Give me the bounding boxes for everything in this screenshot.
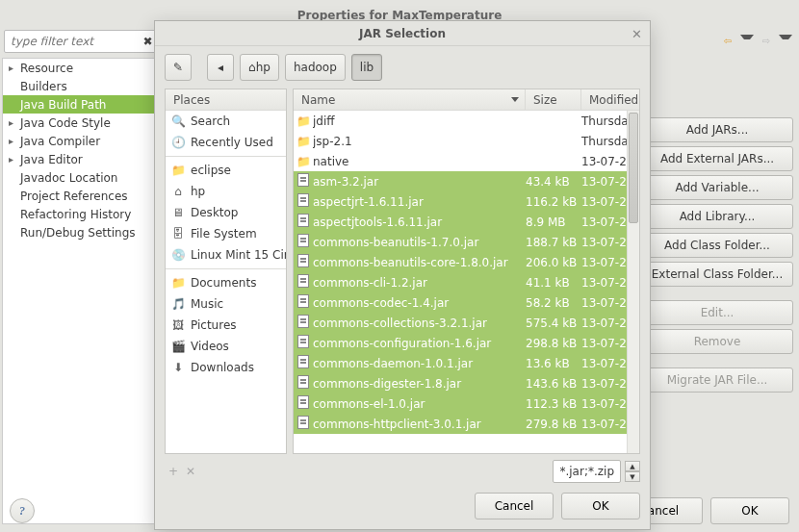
crumb-home[interactable]: ⌂ hp [240,54,279,81]
add-class-folder-button[interactable]: Add Class Folder... [641,233,793,258]
place-item[interactable]: 🕘Recently Used [166,132,286,153]
file-row[interactable]: 📁native13-07-22 [294,151,639,171]
place-icon: 🎵 [171,297,185,311]
edit-path-button[interactable]: ✎ [165,54,192,81]
place-item[interactable]: 📁eclipse [166,160,286,181]
place-label: Linux Mint 15 Cin... [191,248,286,262]
help-button[interactable]: ? [10,498,35,523]
file-row[interactable]: commons-el-1.0.jar112.3 kB13-07-22 [294,393,639,414]
file-row[interactable]: commons-daemon-1.0.1.jar13.6 kB13-07-22 [294,353,639,373]
file-row[interactable]: 📁jdiffThursday [294,111,639,131]
place-item[interactable]: ⌂hp [166,181,286,202]
col-size[interactable]: Size [526,89,581,110]
file-row[interactable]: asm-3.2.jar43.4 kB13-07-22 [294,171,639,191]
place-item[interactable]: 🎵Music [166,293,286,315]
file-row[interactable]: commons-digester-1.8.jar143.6 kB13-07-22 [294,373,639,393]
file-size: 188.7 kB [526,236,581,249]
tree-item[interactable]: Java Build Path [3,95,158,114]
back-arrow-icon[interactable]: ⇦ [721,35,735,48]
file-row[interactable]: aspectjtools-1.6.11.jar8.9 MB13-07-22 [294,212,639,232]
jar-icon [294,214,313,230]
place-icon: ⬇ [171,361,185,374]
file-row[interactable]: commons-collections-3.2.1.jar575.4 kB13-… [294,313,639,333]
file-name: commons-collections-3.2.1.jar [313,317,526,330]
file-row[interactable]: aspectjrt-1.6.11.jar116.2 kB13-07-22 [294,191,639,212]
col-name[interactable]: Name [294,89,526,110]
dialog-title: JAR Selection [359,27,446,40]
add-external-jars-button[interactable]: Add External JARs... [641,146,793,171]
scrollbar[interactable] [627,111,639,453]
chevron-down-icon: ▼ [625,471,640,482]
file-row[interactable]: commons-codec-1.4.jar58.2 kB13-07-22 [294,292,639,313]
place-icon: 🕘 [171,136,185,149]
place-label: Music [191,297,223,311]
place-item[interactable]: 🎬Videos [166,336,286,357]
filter-input[interactable] [4,30,159,53]
file-row[interactable]: 📁jsp-2.1Thursday [294,131,639,151]
tree-item-label: Project References [16,190,128,203]
place-item[interactable]: ⬇Downloads [166,357,286,378]
back-button[interactable]: ◂ [207,54,234,81]
file-name: commons-daemon-1.0.1.jar [313,357,526,370]
close-icon[interactable]: ✕ [631,27,642,41]
jar-icon [294,416,313,432]
place-item[interactable]: 🔍Search [166,111,286,132]
remove-place-icon[interactable]: ✕ [186,465,195,478]
jar-icon [294,335,313,351]
place-item[interactable]: 🖥Desktop [166,202,286,223]
place-item[interactable]: 💿Linux Mint 15 Cin... [166,244,286,266]
file-size: 143.6 kB [526,377,581,391]
place-item[interactable]: 🗄File System [166,223,286,244]
tree-item[interactable]: ▸Java Code Style [3,114,158,132]
file-name: commons-beanutils-core-1.8.0.jar [313,256,526,269]
dialog-ok-button[interactable]: OK [561,493,640,519]
tree-item[interactable]: Refactoring History [3,205,158,223]
place-icon: 💿 [171,248,185,262]
tree-item[interactable]: ▸Java Editor [3,150,158,168]
file-size: 298.8 kB [526,337,581,350]
tree-item[interactable]: Javadoc Location [3,168,158,187]
tree-item[interactable]: Run/Debug Settings [3,223,158,241]
add-place-icon[interactable]: + [168,465,178,478]
crumb-lib[interactable]: lib [351,54,382,81]
file-filter-dropdown[interactable]: *.jar;*.zip [553,460,621,483]
jar-icon [294,294,313,311]
tree-item[interactable]: ▸Java Compiler [3,132,158,150]
scrollbar-thumb[interactable] [629,113,638,223]
clear-icon[interactable]: ✖ [141,34,155,48]
jar-icon [294,375,313,392]
file-size: 8.9 MB [526,215,581,229]
main-ok-button[interactable]: OK [710,497,789,524]
add-variable-button[interactable]: Add Variable... [641,175,793,200]
twisty-icon: ▸ [6,63,16,73]
category-tree[interactable]: ▸ResourceBuildersJava Build Path▸Java Co… [2,58,159,524]
file-size: 279.8 kB [526,418,581,431]
tree-item[interactable]: ▸Resource [3,59,158,77]
add-jars-button[interactable]: Add JARs... [641,117,793,142]
file-row[interactable]: commons-beanutils-1.7.0.jar188.7 kB13-07… [294,232,639,252]
tree-item[interactable]: Project References [3,187,158,205]
fwd-menu-icon[interactable] [779,35,792,48]
tree-item[interactable]: Builders [3,77,158,95]
file-row[interactable]: commons-httpclient-3.0.1.jar279.8 kB13-0… [294,414,639,434]
place-item[interactable]: 📁Documents [166,272,286,293]
place-label: Documents [191,276,256,290]
file-row[interactable]: commons-configuration-1.6.jar298.8 kB13-… [294,333,639,353]
dialog-cancel-button[interactable]: Cancel [475,493,554,519]
filter-spinner[interactable]: ▲▼ [625,461,640,482]
crumb-hadoop[interactable]: hadoop [285,54,346,81]
twisty-icon: ▸ [6,136,16,146]
place-label: Recently Used [191,136,273,149]
add-ext-class-folder-button[interactable]: External Class Folder... [641,262,793,287]
back-menu-icon[interactable] [740,35,754,48]
fwd-arrow-icon[interactable]: ⇨ [760,35,773,48]
file-name: aspectjrt-1.6.11.jar [313,195,526,209]
place-item[interactable]: 🖼Pictures [166,315,286,336]
tree-item-label: Javadoc Location [16,171,117,185]
file-row[interactable]: commons-cli-1.2.jar41.1 kB13-07-22 [294,272,639,292]
file-row[interactable]: commons-beanutils-core-1.8.0.jar206.0 kB… [294,252,639,272]
file-name: commons-codec-1.4.jar [313,296,526,310]
add-library-button[interactable]: Add Library... [641,204,793,229]
col-modified[interactable]: Modified [581,89,639,110]
nav-icons: ⇦ ⇨ [721,35,792,48]
